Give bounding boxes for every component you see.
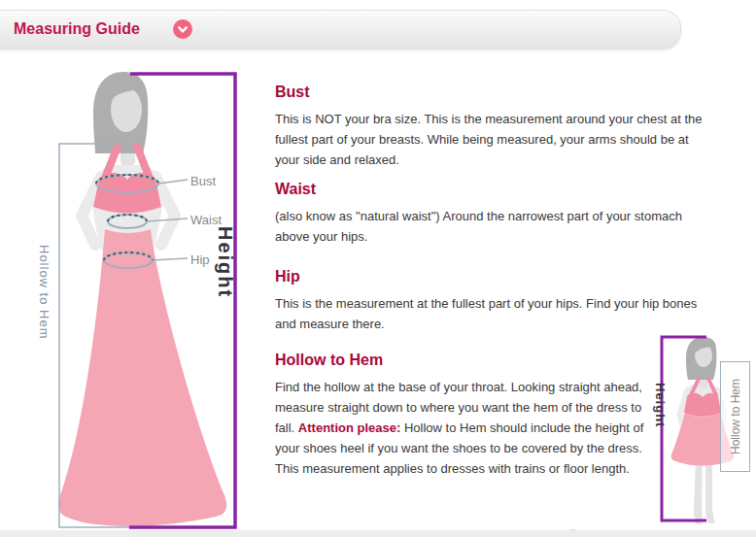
waist-measure-label: Waist <box>190 213 222 227</box>
hollow-to-hem-label-small: Hollow to Hem <box>729 379 742 454</box>
waist-description: (also know as "natural waist") Around th… <box>275 206 712 247</box>
height-label-main: Height <box>214 226 236 327</box>
bust-description: This is NOT your bra size. This is the m… <box>275 109 712 170</box>
hip-description: This is the measurement at the fullest p… <box>275 293 712 334</box>
hollow-to-hem-description: Find the hollow at the base of your thro… <box>275 377 650 479</box>
bust-measure-label: Bust <box>190 174 216 188</box>
section-waist: Waist (also know as "natural waist") Aro… <box>275 181 712 247</box>
hollow-to-hem-heading: Hollow to Hem <box>275 352 650 369</box>
hollow-to-hem-box-small: Hollow to Hem <box>720 361 750 472</box>
waist-heading: Waist <box>275 181 712 198</box>
hollow-to-hem-label-main: Hollow to Hem <box>37 245 52 363</box>
main-figure <box>58 72 235 527</box>
hip-heading: Hip <box>275 268 712 285</box>
attention-label: Attention please: <box>298 420 400 435</box>
height-label-small: Height <box>653 383 668 451</box>
bust-heading: Bust <box>275 84 712 101</box>
section-hollow-to-hem: Hollow to Hem Find the hollow at the bas… <box>275 352 650 479</box>
section-bust: Bust This is NOT your bra size. This is … <box>275 84 712 170</box>
hip-measure-label: Hip <box>190 252 210 267</box>
measuring-guide-page: Measuring Guide <box>0 0 756 537</box>
section-hip: Hip This is the measurement at the fulle… <box>275 268 712 334</box>
next-section-edge <box>0 530 756 537</box>
